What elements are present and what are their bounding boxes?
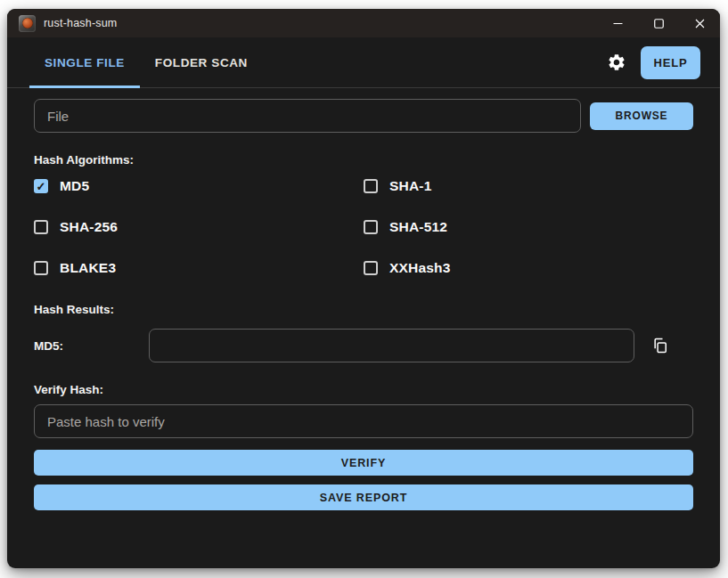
checkbox-xxhash3[interactable]: ✓ XXHash3	[364, 254, 693, 282]
window-title: rust-hash-sum	[44, 17, 117, 29]
checkbox-label: MD5	[60, 178, 89, 194]
algorithm-checkbox-grid: ✓ MD5 ✓ SHA-1 ✓ SHA-256 ✓ SHA-512 ✓ BLAK…	[34, 172, 693, 282]
hash-results-label: Hash Results:	[34, 303, 693, 316]
file-row: BROWSE	[34, 99, 693, 133]
checkbox-label: BLAKE3	[60, 260, 116, 276]
checkbox-box: ✓	[364, 220, 378, 234]
checkbox-md5[interactable]: ✓ MD5	[34, 172, 364, 200]
tab-folder-scan[interactable]: FOLDER SCAN	[140, 37, 263, 87]
tab-bar: SINGLE FILE FOLDER SCAN HELP	[7, 37, 720, 88]
window-controls	[597, 9, 720, 37]
tab-single-file[interactable]: SINGLE FILE	[29, 37, 140, 87]
checkbox-label: SHA-512	[389, 219, 447, 235]
checkbox-box: ✓	[364, 179, 378, 193]
maximize-icon	[654, 19, 664, 28]
close-icon	[695, 19, 705, 28]
close-button[interactable]	[679, 9, 720, 37]
maximize-button[interactable]	[638, 9, 679, 37]
browse-button[interactable]: BROWSE	[590, 102, 693, 130]
verify-hash-label: Verify Hash:	[34, 383, 693, 396]
result-row-md5: MD5:	[34, 329, 693, 362]
checkbox-sha512[interactable]: ✓ SHA-512	[364, 213, 693, 241]
checkbox-box: ✓	[364, 261, 378, 275]
checkbox-box: ✓	[34, 220, 48, 234]
single-file-panel: BROWSE Hash Algorithms: ✓ MD5 ✓ SHA-1 ✓ …	[7, 88, 720, 568]
gear-icon	[607, 53, 626, 72]
save-report-button[interactable]: SAVE REPORT	[34, 484, 693, 510]
verify-button[interactable]: VERIFY	[34, 450, 693, 476]
settings-button[interactable]	[601, 47, 632, 77]
minimize-icon	[613, 19, 623, 28]
app-window: rust-hash-sum SINGLE FILE FOLDER SCAN HE…	[7, 9, 720, 568]
title-bar: rust-hash-sum	[7, 9, 720, 37]
checkbox-sha1[interactable]: ✓ SHA-1	[364, 172, 693, 200]
copy-icon	[651, 337, 669, 354]
checkbox-label: XXHash3	[389, 260, 451, 276]
file-input[interactable]	[34, 99, 581, 133]
checkbox-sha256[interactable]: ✓ SHA-256	[34, 213, 364, 241]
checkbox-box: ✓	[34, 261, 48, 275]
checkbox-box: ✓	[34, 179, 48, 193]
copy-button[interactable]	[650, 335, 671, 356]
checkbox-label: SHA-1	[389, 178, 432, 194]
result-row-label: MD5:	[34, 339, 149, 353]
checkbox-label: SHA-256	[60, 219, 118, 235]
hash-algorithms-label: Hash Algorithms:	[34, 153, 693, 167]
help-button[interactable]: HELP	[641, 46, 700, 79]
verify-hash-input[interactable]	[34, 404, 693, 438]
checkbox-blake3[interactable]: ✓ BLAKE3	[34, 254, 364, 282]
rust-hash-sum-icon	[22, 18, 33, 28]
app-icon	[19, 15, 36, 32]
md5-result-field[interactable]	[149, 329, 634, 362]
minimize-button[interactable]	[597, 9, 638, 37]
